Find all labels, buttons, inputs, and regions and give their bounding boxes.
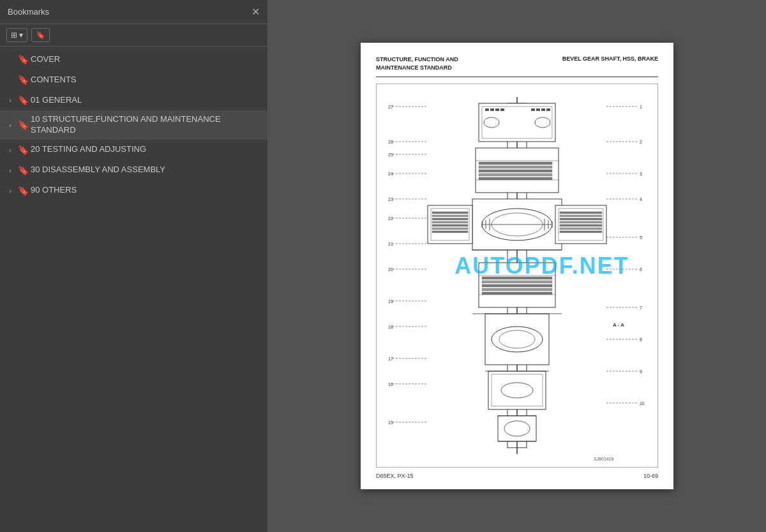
svg-rect-35: [560, 215, 602, 217]
svg-text:5: 5: [640, 235, 642, 240]
svg-text:A - A: A - A: [613, 322, 624, 328]
footer-model: D65EX, PX-15: [376, 473, 414, 479]
svg-rect-36: [560, 218, 602, 220]
bookmark-options-button[interactable]: 🔖: [31, 28, 50, 42]
svg-text:2: 2: [640, 140, 642, 144]
svg-rect-39: [560, 228, 602, 230]
svg-text:8: 8: [640, 337, 642, 342]
svg-rect-61: [488, 371, 546, 410]
svg-text:SJ801418: SJ801418: [594, 457, 614, 461]
technical-diagram: 27 26 25 24 23 22 21 20 19 18 17 16 15: [377, 84, 657, 467]
svg-rect-34: [560, 212, 602, 214]
bookmark-icon-disassembly: 🔖: [18, 165, 28, 175]
svg-rect-38: [560, 225, 602, 226]
toolbar: ⊞ ▾ 🔖: [0, 24, 267, 47]
svg-text:27: 27: [388, 105, 393, 109]
bookmark-icon-structure: 🔖: [18, 120, 28, 130]
svg-rect-19: [479, 170, 552, 172]
svg-rect-37: [560, 221, 602, 223]
svg-text:26: 26: [388, 140, 393, 144]
svg-rect-47: [432, 225, 468, 226]
svg-text:17: 17: [388, 357, 393, 361]
svg-text:18: 18: [388, 325, 393, 329]
svg-rect-53: [482, 277, 552, 279]
svg-rect-17: [479, 162, 552, 165]
page-header: STRUCTURE, FUNCTION AND MAINTENANCE STAN…: [376, 55, 658, 77]
svg-text:15: 15: [388, 420, 393, 425]
header-left: STRUCTURE, FUNCTION AND MAINTENANCE STAN…: [376, 55, 458, 71]
header-line2: MAINTENANCE STANDARD: [376, 64, 458, 72]
svg-rect-12: [541, 108, 545, 111]
close-button[interactable]: ✕: [252, 7, 260, 17]
svg-text:25: 25: [388, 152, 393, 157]
svg-rect-11: [536, 108, 540, 111]
main-content: STRUCTURE, FUNCTION AND MAINTENANCE STAN…: [268, 0, 766, 532]
bookmark-icon: 🔖: [36, 31, 45, 40]
svg-rect-7: [490, 108, 494, 111]
grid-icon: ⊞: [11, 31, 17, 40]
svg-rect-40: [560, 231, 602, 233]
svg-text:9: 9: [640, 369, 642, 374]
svg-rect-54: [482, 281, 552, 283]
svg-text:4: 4: [640, 197, 642, 202]
bookmark-item-contents[interactable]: 🔖 CONTENTS: [0, 70, 267, 90]
bookmark-icon-general: 🔖: [18, 95, 28, 105]
svg-text:21: 21: [388, 242, 393, 246]
svg-rect-64: [498, 416, 536, 441]
svg-rect-18: [479, 166, 552, 168]
svg-text:6: 6: [640, 267, 642, 272]
svg-text:24: 24: [388, 172, 393, 176]
svg-text:23: 23: [388, 197, 393, 202]
svg-rect-58: [485, 314, 549, 365]
sidebar-header: Bookmarks ✕: [0, 0, 267, 24]
svg-text:16: 16: [388, 382, 393, 387]
svg-text:3: 3: [640, 172, 642, 176]
bookmark-item-disassembly[interactable]: › 🔖 30 DISASSEMBLY AND ASSEMBLY: [0, 160, 267, 181]
chevron-structure: ›: [5, 121, 15, 129]
bookmark-label-structure: 10 STRUCTURE,FUNCTION AND MAINTENANCE ST…: [31, 114, 261, 136]
svg-rect-49: [432, 231, 468, 233]
bookmark-label-others: 90 OTHERS: [31, 185, 261, 196]
dropdown-arrow: ▾: [19, 31, 23, 40]
bookmark-label-contents: CONTENTS: [31, 75, 261, 85]
svg-rect-45: [432, 218, 468, 220]
svg-rect-6: [485, 108, 489, 111]
chevron-others: ›: [5, 187, 15, 195]
footer-page: 10-69: [643, 473, 658, 479]
bookmark-label-cover: COVER: [31, 54, 261, 65]
bookmark-icon-cover: 🔖: [18, 54, 28, 64]
bookmark-item-others[interactable]: › 🔖 90 OTHERS: [0, 181, 267, 201]
bookmark-label-testing: 20 TESTING AND ADJUSTING: [31, 144, 261, 155]
bookmark-item-structure[interactable]: › 🔖 10 STRUCTURE,FUNCTION AND MAINTENANC…: [0, 110, 267, 140]
svg-rect-20: [479, 174, 552, 176]
svg-rect-46: [432, 221, 468, 223]
chevron-disassembly: ›: [5, 166, 15, 174]
bookmark-item-cover[interactable]: 🔖 COVER: [0, 49, 267, 70]
svg-rect-13: [546, 108, 550, 111]
bookmark-item-general[interactable]: › 🔖 01 GENERAL: [0, 90, 267, 110]
chevron-general: ›: [5, 96, 15, 104]
svg-rect-43: [432, 212, 468, 214]
svg-text:19: 19: [388, 299, 393, 304]
bookmark-item-testing[interactable]: › 🔖 20 TESTING AND ADJUSTING: [0, 140, 267, 160]
svg-rect-56: [482, 288, 552, 291]
document-page: STRUCTURE, FUNCTION AND MAINTENANCE STAN…: [361, 43, 673, 489]
header-line1: STRUCTURE, FUNCTION AND: [376, 55, 458, 64]
svg-rect-8: [495, 108, 499, 111]
chevron-testing: ›: [5, 146, 15, 154]
svg-text:1: 1: [640, 105, 642, 109]
sidebar: Bookmarks ✕ ⊞ ▾ 🔖 🔖 COVER 🔖 CONTENTS › 🔖…: [0, 0, 268, 532]
bookmark-icon-testing: 🔖: [18, 145, 28, 155]
svg-rect-9: [500, 108, 504, 111]
svg-rect-21: [479, 177, 552, 180]
expand-view-button[interactable]: ⊞ ▾: [6, 28, 27, 42]
bookmark-icon-others: 🔖: [18, 186, 28, 196]
bookmark-icon-contents: 🔖: [18, 75, 28, 85]
page-footer: D65EX, PX-15 10-69: [376, 473, 658, 479]
diagram-container: 27 26 25 24 23 22 21 20 19 18 17 16 15: [376, 84, 658, 468]
svg-rect-48: [432, 228, 468, 230]
svg-text:10: 10: [640, 401, 645, 406]
header-right: BEVEL GEAR SHAFT, HSS, BRAKE: [562, 55, 658, 62]
svg-text:22: 22: [388, 216, 393, 221]
bookmarks-list: 🔖 COVER 🔖 CONTENTS › 🔖 01 GENERAL › 🔖 10…: [0, 47, 267, 532]
